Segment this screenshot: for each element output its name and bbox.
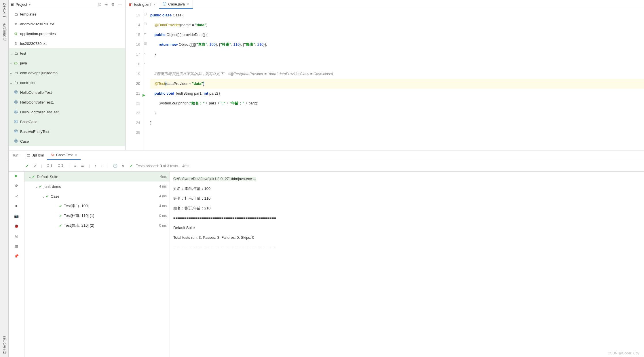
test-label: Test[李白, 100] [64,203,89,209]
tree-item[interactable]: ⌄🗀test [9,48,125,58]
close-icon[interactable]: × [153,3,155,7]
run-tab-case-test[interactable]: Nŧ Case.Test × [47,150,81,160]
test-tree-item[interactable]: ⌄✔Default Suite4ms [24,172,170,182]
project-dropdown-icon[interactable]: ▾ [29,2,31,7]
tree-item[interactable]: 🗎ios20230730.txt [9,39,125,48]
editor-tab-label: Case.java [168,2,185,6]
tree-item[interactable]: 🗀templates [9,9,125,19]
chevron-down-icon[interactable]: ⌄ [41,194,46,198]
tree-item-label: android20230730.txt [20,22,54,26]
close-icon[interactable]: × [187,2,189,6]
line-number: 15 [126,30,140,40]
project-tree[interactable]: 🗀templates🗎android20230730.txt⚙applicati… [9,9,126,150]
line-number: 25 [126,128,140,138]
next-icon[interactable]: ↓ [101,164,103,168]
locate-icon[interactable]: ⦾ [98,2,101,7]
history-icon[interactable]: 🕘 [113,164,117,168]
side-structure-tab[interactable]: 7: Structure [2,20,6,44]
tree-item-label: com.devops.junitdemo [20,71,58,75]
chevron-down-icon[interactable]: ⌄ [34,184,39,189]
minimize-icon[interactable]: — [118,2,122,7]
run-config-icon: ▤ [27,153,30,157]
run-tab-jphtml[interactable]: ▤ JpHtml [23,150,47,160]
test-tree-item[interactable]: ⌄✔Case4 ms [24,191,170,201]
chevron-down-icon[interactable]: ⌄ [9,51,13,56]
toggle-auto-icon[interactable]: ⤾ [15,194,18,198]
xml-file-icon: ◧ [129,2,132,7]
tree-item[interactable]: ⌄🗀com.devops.junitdemo [9,68,125,78]
chevron-down-icon[interactable]: ⌄ [9,71,13,75]
console-line: 姓名：鲁班,年龄：210 [173,203,641,213]
line-number: 14 [126,20,140,30]
debug-icon[interactable]: 🐞 [14,224,19,228]
stop-icon[interactable]: ■ [15,204,18,208]
tree-item[interactable]: ⚙application.properties [9,29,125,39]
rerun-failed-icon[interactable]: ⟳ [15,184,18,188]
check-icon: ✔ [59,224,62,228]
pin-icon[interactable]: 📌 [14,254,19,258]
test-tree-item[interactable]: ⌄✔junit-demo4 ms [24,182,170,191]
test-tree-item[interactable]: ✔Test[杜甫, 110] (1)0 ms [24,211,170,221]
tree-item[interactable]: ⌄🗀controller [9,78,125,87]
side-project-tab[interactable]: 1: Project [2,0,6,20]
tree-item[interactable]: ⒸBaseVoEntityTest [9,127,125,136]
console-line: 姓名：杜甫,年龄：110 [173,194,641,203]
collapse-icon[interactable]: ≣ [81,164,84,168]
tree-item[interactable]: ⌄🗁java [9,58,125,68]
tree-item[interactable]: ⒸCase [9,136,125,146]
project-icon: ▣ [10,2,14,7]
sort-duration-icon[interactable]: ↧↧ [58,164,64,168]
check-icon: ✔ [32,175,35,179]
gutter-run-icon[interactable]: ▶ [143,90,145,100]
test-label: Test[鲁班, 210] (2) [64,223,94,228]
prev-icon[interactable]: ↑ [94,164,96,168]
tree-item-label: ios20230730.txt [20,41,47,46]
exit-icon[interactable]: ⎘ [15,234,18,238]
tree-item[interactable]: 🗎android20230730.txt [9,19,125,29]
tree-item-label: HelloControllerTestTest [20,110,59,114]
test-duration: 4ms [160,175,167,179]
test-duration: 4 ms [159,184,167,188]
console-line: C:\SoftwareDev\Java\jdk1.8.0_271\bin\jav… [173,174,641,184]
show-ignored-icon[interactable]: ⊘ [33,164,37,168]
tree-item[interactable]: ⒸHelloControllerTestTest [9,107,125,117]
run-icon[interactable]: ▶ [15,173,18,178]
line-number: 17 [126,49,140,59]
test-tree-item[interactable]: ✔Test[李白, 100]4 ms [24,201,170,211]
settings-icon[interactable]: ⚙ [111,2,115,7]
test-results-tree[interactable]: ⌄✔Default Suite4ms⌄✔junit-demo4 ms⌄✔Case… [24,172,170,357]
tree-item-label: HelloControllerTest [20,90,52,95]
expand-icon[interactable]: ≡ [74,164,77,168]
tree-item[interactable]: ⒸBaseCase [9,117,125,127]
tree-item[interactable]: ⒸHelloControllerTest [9,87,125,97]
dump-icon[interactable]: 📷 [14,214,19,218]
line-number: 24 [126,118,140,128]
show-passed-icon[interactable]: ✔ [26,164,29,168]
tree-item-label: test [20,51,26,56]
check-icon: ✔ [39,184,42,189]
chevron-down-icon[interactable]: ⌄ [9,61,13,65]
sort-icon[interactable]: ↧↥ [47,164,53,168]
collapse-icon[interactable]: ⇥ [105,2,108,7]
editor-tab-testng[interactable]: ◧ testng.xml × [126,0,159,9]
close-icon[interactable]: × [75,153,77,157]
tree-item[interactable]: ⒸHelloControllerTest1 [9,97,125,107]
editor-tab-label: testng.xml [134,2,151,7]
side-favorites-tab[interactable]: 2: Favorites [2,333,6,357]
code-editor[interactable]: 131415161718192021▶22232425 ⊟⊟⌐⊟⌐⌐ publi… [126,9,644,150]
chevron-down-icon[interactable]: ⌄ [27,175,32,179]
test-duration: 0 ms [159,214,167,218]
layout-icon[interactable]: ▦ [15,244,18,248]
testng-icon: Nŧ [51,153,54,157]
chevron-down-icon[interactable]: ⌄ [9,81,13,85]
editor-tab-case[interactable]: Ⓒ Case.java × [159,0,193,9]
code-area[interactable]: public class Case { @DataProvider(name =… [147,9,644,150]
test-duration: 4 ms [159,194,167,198]
line-number: 18 [126,59,140,69]
test-duration: 0 ms [159,224,167,228]
project-title[interactable]: Project [16,2,27,7]
test-tree-item[interactable]: ✔Test[鲁班, 210] (2)0 ms [24,221,170,230]
tree-item-label: controller [20,81,35,85]
console-output[interactable]: C:\SoftwareDev\Java\jdk1.8.0_271\bin\jav… [170,172,644,357]
more-icon[interactable]: » [122,164,124,168]
